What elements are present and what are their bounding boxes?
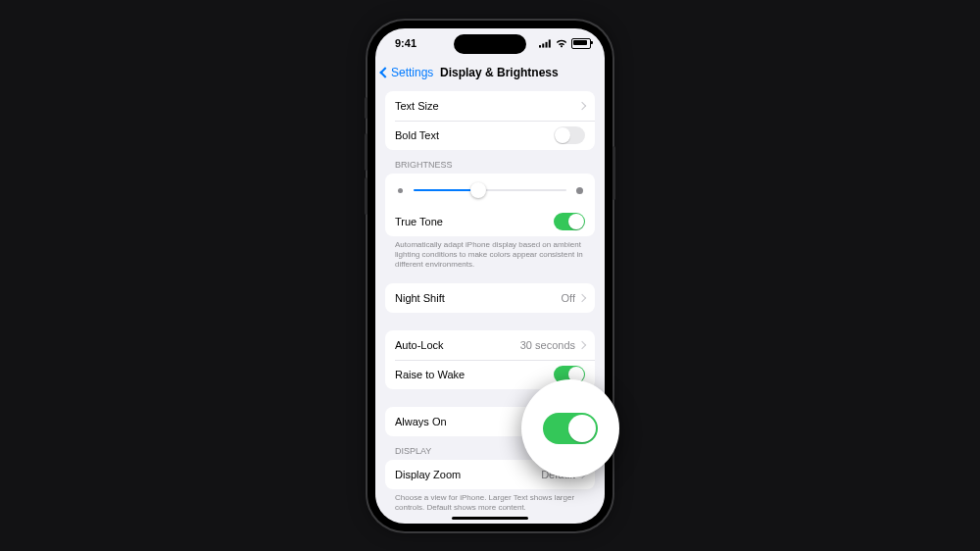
svg-rect-1 <box>542 44 544 48</box>
svg-rect-3 <box>549 39 551 47</box>
home-indicator[interactable] <box>452 517 528 520</box>
callout-always-on-toggle <box>521 379 619 477</box>
svg-rect-2 <box>546 42 548 48</box>
footer-true-tone: Automatically adapt iPhone display based… <box>375 236 605 270</box>
back-button[interactable]: Settings <box>381 66 433 79</box>
row-night-shift[interactable]: Night Shift Off <box>385 283 595 313</box>
toggle-true-tone[interactable] <box>554 213 585 230</box>
chevron-left-icon <box>379 67 390 77</box>
chevron-right-icon <box>578 341 586 349</box>
page-title: Display & Brightness <box>440 66 559 79</box>
battery-icon <box>571 38 591 49</box>
wifi-icon <box>556 39 567 48</box>
chevron-right-icon <box>578 102 586 110</box>
clock: 9:41 <box>395 37 416 49</box>
brightness-slider[interactable] <box>385 174 595 207</box>
slider-knob[interactable] <box>470 182 486 198</box>
toggle-bold-text[interactable] <box>554 126 585 144</box>
row-bold-text[interactable]: Bold Text <box>385 121 595 150</box>
toggle-always-on-magnified[interactable] <box>543 413 598 444</box>
slider-track[interactable] <box>414 189 566 191</box>
row-auto-lock[interactable]: Auto-Lock 30 seconds <box>385 330 595 360</box>
header-brightness: BRIGHTNESS <box>375 150 605 174</box>
nav-bar: Settings Display & Brightness <box>375 60 605 89</box>
footer-display-zoom: Choose a view for iPhone. Larger Text sh… <box>375 489 605 513</box>
sun-large-icon <box>574 185 585 196</box>
svg-rect-0 <box>539 45 541 47</box>
sun-small-icon <box>395 185 406 196</box>
row-true-tone[interactable]: True Tone <box>385 207 595 236</box>
chevron-right-icon <box>578 294 586 302</box>
cellular-icon <box>539 39 552 48</box>
dynamic-island <box>454 34 526 54</box>
back-label: Settings <box>391 66 433 79</box>
row-text-size[interactable]: Text Size <box>385 91 595 121</box>
